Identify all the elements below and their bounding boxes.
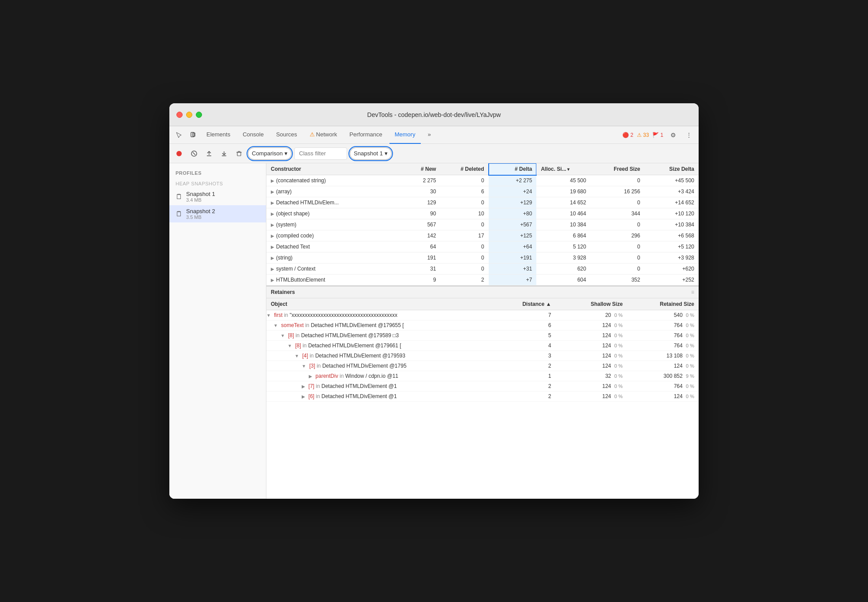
table-row[interactable]: ▶(object shape) 90 10 +80 10 464 344 +10… (266, 208, 699, 219)
info-badge[interactable]: 🚩 1 (652, 132, 663, 138)
list-item[interactable]: ▼ [4] in Detached HTMLDivElement @179593… (266, 351, 699, 361)
list-item[interactable]: ▶ [6] in Detached HTMLDivElement @1 2 12… (266, 391, 699, 402)
retainers-header: Retainers ≡ (266, 286, 699, 298)
snapshot2-file-icon: 🗒 (176, 210, 183, 218)
retainer-expand-icon[interactable]: ▼ (302, 364, 306, 369)
table-row[interactable]: ▶(compiled code) 142 17 +125 6 864 296 +… (266, 230, 699, 241)
tab-more[interactable]: » (423, 126, 436, 144)
minimize-button[interactable] (186, 112, 192, 118)
col-alloc-size[interactable]: Alloc. Si... ▾ (536, 163, 591, 175)
expand-icon[interactable]: ▶ (271, 178, 274, 183)
retainer-retained-cell: 13 108 0 % (627, 351, 699, 361)
list-item[interactable]: ▼ [8] in Detached HTMLDivElement @179661… (266, 341, 699, 351)
snapshot2-info: Snapshot 2 3.5 MB (186, 208, 215, 220)
tab-elements[interactable]: Elements (201, 126, 236, 144)
expand-icon[interactable]: ▶ (271, 233, 274, 238)
freed-size-cell: 0 (591, 252, 645, 263)
retainer-expand-icon[interactable]: ▼ (266, 313, 271, 318)
retainer-expand-icon[interactable]: ▶ (302, 394, 305, 399)
expand-icon[interactable]: ▶ (271, 200, 274, 205)
download-button[interactable] (218, 147, 230, 160)
size-delta-cell: +6 568 (644, 230, 699, 241)
settings-icon[interactable]: ⚙ (667, 129, 679, 141)
warning-badge[interactable]: ⚠ 33 (637, 132, 649, 138)
table-row[interactable]: ▶(array) 30 6 +24 19 680 16 256 +3 424 (266, 186, 699, 197)
upload-button[interactable] (203, 147, 215, 160)
toolbar-status-icons: 🔴 2 ⚠ 33 🚩 1 ⚙ ⋮ (622, 129, 695, 141)
table-row[interactable]: ▶(system) 567 0 +567 10 384 0 +10 384 (266, 219, 699, 230)
snapshot-dropdown[interactable]: Snapshot 1 ▾ (350, 147, 392, 160)
delta-cell: +31 (489, 263, 537, 275)
retainer-expand-icon[interactable]: ▶ (309, 374, 312, 379)
size-delta-cell: +10 384 (644, 219, 699, 230)
list-item[interactable]: ▼ first in "xxxxxxxxxxxxxxxxxxxxxxxxxxxx… (266, 310, 699, 320)
network-warning-icon: ⚠ (310, 131, 315, 138)
expand-icon[interactable]: ▶ (271, 245, 274, 249)
error-icon: 🔴 (622, 132, 629, 138)
collect-garbage-button[interactable] (233, 147, 245, 160)
tab-memory[interactable]: Memory (389, 126, 421, 144)
delta-cell: +7 (489, 275, 537, 286)
freed-size-cell: 0 (591, 219, 645, 230)
expand-icon[interactable]: ▶ (271, 189, 274, 194)
table-row[interactable]: ▶(string) 191 0 +191 3 928 0 +3 928 (266, 252, 699, 263)
table-row[interactable]: ▶Detached Text 64 0 +64 5 120 0 +5 120 (266, 241, 699, 252)
constructor-cell: ▶HTMLButtonElement (266, 275, 398, 286)
constructor-cell: ▶(string) (266, 252, 398, 263)
tab-network[interactable]: ⚠ Network (304, 126, 343, 144)
sidebar-item-snapshot2[interactable]: 🗒 Snapshot 2 3.5 MB (169, 205, 266, 222)
ret-col-object[interactable]: Object (266, 298, 505, 310)
error-badge[interactable]: 🔴 2 (622, 132, 633, 138)
expand-icon[interactable]: ▶ (271, 256, 274, 260)
constructor-table-section: Constructor # New # Deleted # Delta Allo… (266, 163, 699, 286)
record-button[interactable] (173, 147, 185, 160)
svg-line-4 (193, 152, 195, 155)
clear-button[interactable] (188, 147, 200, 160)
cursor-icon[interactable] (173, 129, 185, 141)
expand-icon[interactable]: ▶ (271, 278, 274, 282)
retainer-in-text: in (316, 393, 322, 399)
class-filter-input[interactable] (294, 147, 347, 160)
maximize-button[interactable] (196, 112, 202, 118)
list-item[interactable]: ▶ [7] in Detached HTMLDivElement @1 2 12… (266, 381, 699, 391)
expand-icon[interactable]: ▶ (271, 222, 274, 227)
constructor-cell: ▶system / Context (266, 263, 398, 275)
retainer-object-cell: ▼ [3] in Detached HTMLDivElement @1795 (266, 361, 505, 371)
tab-performance[interactable]: Performance (344, 126, 387, 144)
list-item[interactable]: ▶ parentDiv in Window / cdpn.io @11 1 32… (266, 371, 699, 381)
retainer-expand-icon[interactable]: ▶ (302, 384, 305, 389)
more-options-icon[interactable]: ⋮ (683, 129, 695, 141)
table-row[interactable]: ▶HTMLButtonElement 9 2 +7 604 352 +252 (266, 275, 699, 286)
traffic-lights (176, 112, 202, 118)
list-item[interactable]: ▼ someText in Detached HTMLDivElement @1… (266, 320, 699, 331)
retainer-retained-cell: 124 0 % (627, 361, 699, 371)
retainer-expand-icon[interactable]: ▼ (295, 354, 299, 358)
col-constructor: Constructor (266, 163, 398, 175)
table-row[interactable]: ▶Detached HTMLDivElem... 129 0 +129 14 6… (266, 197, 699, 208)
expand-icon[interactable]: ▶ (271, 211, 274, 216)
table-row[interactable]: ▶system / Context 31 0 +31 620 0 +620 (266, 263, 699, 275)
device-icon[interactable] (187, 129, 199, 141)
retainer-object-cell: ▼ [8] in Detached HTMLDivElement @179661… (266, 341, 505, 351)
comparison-dropdown[interactable]: Comparison ▾ (248, 147, 292, 160)
ret-col-distance[interactable]: Distance ▲ (505, 298, 555, 310)
tab-console[interactable]: Console (237, 126, 269, 144)
retainer-object-cell: ▼ someText in Detached HTMLDivElement @1… (266, 320, 505, 331)
table-row[interactable]: ▶(concatenated string) 2 275 0 +2 275 45… (266, 175, 699, 186)
freed-size-cell: 0 (591, 175, 645, 186)
ret-col-retained: Retained Size (627, 298, 699, 310)
retainer-retained-cell: 764 0 % (627, 331, 699, 341)
retainer-distance-cell: 3 (505, 351, 555, 361)
retainer-expand-icon[interactable]: ▼ (273, 323, 278, 328)
freed-size-cell: 344 (591, 208, 645, 219)
expand-icon[interactable]: ▶ (271, 267, 274, 271)
retainer-expand-icon[interactable]: ▼ (281, 333, 285, 338)
list-item[interactable]: ▼ [3] in Detached HTMLDivElement @1795 2… (266, 361, 699, 371)
retainer-expand-icon[interactable]: ▼ (288, 343, 292, 348)
close-button[interactable] (176, 112, 183, 118)
sidebar-item-snapshot1[interactable]: 🗒 Snapshot 1 3.4 MB (169, 188, 266, 205)
list-item[interactable]: ▼ [8] in Detached HTMLDivElement @179589… (266, 331, 699, 341)
alloc-size-cell: 10 464 (536, 208, 591, 219)
tab-sources[interactable]: Sources (271, 126, 303, 144)
col-new: # New (398, 163, 440, 175)
